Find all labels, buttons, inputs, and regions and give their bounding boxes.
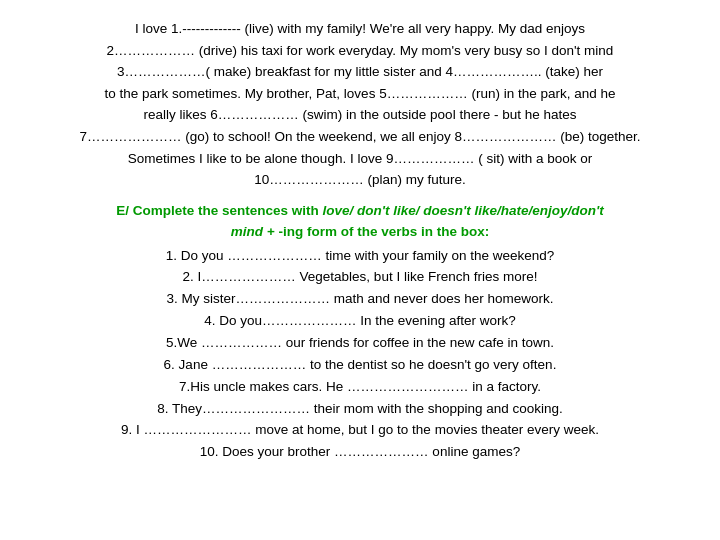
list-item: 5.We ……………… our friends for coffee in th… — [40, 332, 680, 354]
list-item: 2. I………………… Vegetables, but I like Frenc… — [40, 266, 680, 288]
section-e-title: E/ Complete the sentences with love/ don… — [40, 201, 680, 243]
section-d: I love 1.------------- (live) with my fa… — [40, 18, 680, 191]
list-item: 4. Do you………………… In the evening after wo… — [40, 310, 680, 332]
section-d-line-3: 3………………( make) breakfast for my little s… — [117, 64, 603, 79]
section-e-title-italic: love/ don't like/ doesn't like/hate/enjo… — [323, 203, 604, 218]
section-d-line-2: 2……………… (drive) his taxi for work everyd… — [107, 43, 614, 58]
section-e-title-mid: mind + — [231, 224, 279, 239]
section-d-line-6: 7………………… (go) to school! On the weekend,… — [79, 129, 640, 144]
section-d-line-8: 10………………… (plan) my future. — [254, 172, 466, 187]
section-d-line-4: to the park sometimes. My brother, Pat, … — [105, 86, 616, 101]
list-item: 8. They…………………… their mom with the shopp… — [40, 398, 680, 420]
list-item: 10. Does your brother ………………… online gam… — [40, 441, 680, 463]
list-item: 9. I …………………… move at home, but I go to … — [40, 419, 680, 441]
section-d-line-7: Sometimes I like to be alone though. I l… — [128, 151, 592, 166]
page: I love 1.------------- (live) with my fa… — [0, 0, 720, 540]
section-e: E/ Complete the sentences with love/ don… — [40, 201, 680, 463]
section-d-line-1: I love 1.------------- (live) with my fa… — [135, 21, 585, 36]
section-e-title-end: -ing form of the verbs in the box: — [278, 224, 489, 239]
section-e-title-prefix: E/ Complete the sentences with — [116, 203, 322, 218]
list-item: 7.His uncle makes cars. He ……………………… in … — [40, 376, 680, 398]
list-item: 6. Jane ………………… to the dentist so he doe… — [40, 354, 680, 376]
section-e-list: 1. Do you ………………… time with your family … — [40, 245, 680, 464]
list-item: 3. My sister………………… math and never does … — [40, 288, 680, 310]
section-d-line-5: really likes 6……………… (swim) in the outsi… — [144, 107, 577, 122]
section-d-body: I love 1.------------- (live) with my fa… — [40, 18, 680, 191]
list-item: 1. Do you ………………… time with your family … — [40, 245, 680, 267]
